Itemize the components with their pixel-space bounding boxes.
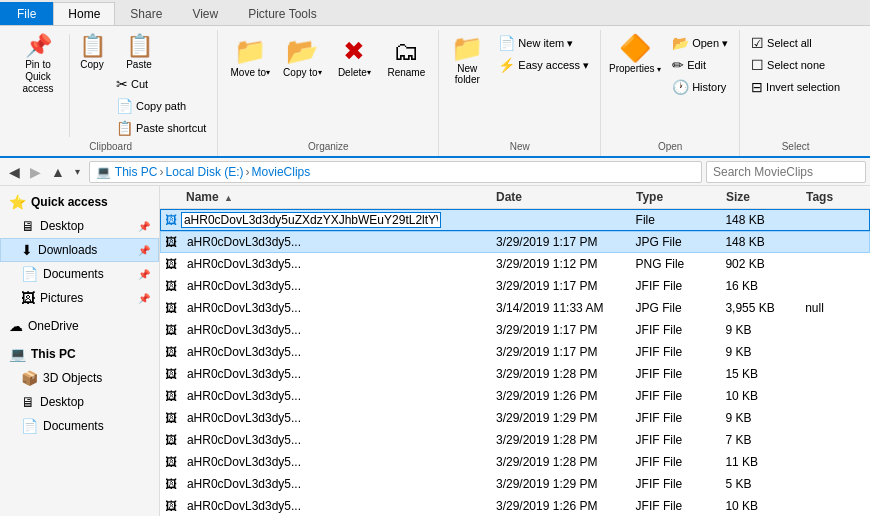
- table-row[interactable]: 🖼 aHR0cDovL3d3dy5... 3/29/2019 1:26 PM J…: [160, 385, 870, 407]
- table-row[interactable]: 🖼 aHR0cDovL3d3dy5... 3/29/2019 1:28 PM J…: [160, 451, 870, 473]
- select-none-button[interactable]: ☐ Select none: [746, 54, 845, 76]
- documents-icon-2: 📄: [21, 418, 38, 434]
- row-name-7: aHR0cDovL3d3dy5...: [181, 365, 307, 383]
- row-name-4: aHR0cDovL3d3dy5...: [181, 299, 307, 317]
- col-header-name[interactable]: Name ▲: [180, 188, 490, 206]
- row-name-cell-11[interactable]: aHR0cDovL3d3dy5...: [181, 453, 490, 471]
- delete-button[interactable]: ✖ Delete ▾: [328, 32, 380, 82]
- sidebar-item-onedrive[interactable]: ☁ OneDrive: [0, 314, 159, 338]
- table-row[interactable]: 🖼 aHR0cDovL3d3dy5... 3/29/2019 1:12 PM P…: [160, 253, 870, 275]
- history-button[interactable]: 🕐 History: [667, 76, 733, 98]
- tab-file[interactable]: File: [0, 2, 53, 25]
- row-name-cell-4[interactable]: aHR0cDovL3d3dy5...: [181, 299, 490, 317]
- row-size-6: 9 KB: [719, 343, 799, 361]
- easy-access-icon: ⚡: [498, 57, 515, 73]
- tab-share[interactable]: Share: [115, 2, 177, 25]
- copy-path-label: Copy path: [136, 100, 186, 112]
- table-row[interactable]: 🖼 aHR0cDovL3d3dy5... 3/29/2019 1:17 PM J…: [160, 341, 870, 363]
- row-name-cell-13[interactable]: aHR0cDovL3d3dy5...: [181, 497, 490, 515]
- tab-bar: File Home Share View Picture Tools: [0, 0, 870, 26]
- col-header-type[interactable]: Type: [630, 188, 720, 206]
- delete-label: Delete ▾: [338, 67, 371, 78]
- paste-button[interactable]: 📋 Paste: [111, 32, 167, 73]
- cut-button[interactable]: ✂ Cut: [111, 73, 211, 95]
- breadcrumb-movieclips[interactable]: MovieClips: [252, 165, 311, 179]
- row-tags-8: [799, 394, 869, 398]
- sidebar-quick-access[interactable]: ⭐ Quick access: [0, 190, 159, 214]
- table-row[interactable]: 🖼 aHR0cDovL3d3dy5... 3/29/2019 1:26 PM J…: [160, 495, 870, 516]
- row-name-cell-3[interactable]: aHR0cDovL3d3dy5...: [181, 277, 490, 295]
- copy-to-button[interactable]: 📂 Copy to ▾: [276, 32, 328, 82]
- open-button[interactable]: 📂 Open ▾: [667, 32, 733, 54]
- properties-button[interactable]: 🔶 Properties ▾: [607, 32, 663, 77]
- table-row[interactable]: 🖼 aHR0cDovL3d3dy5... 3/29/2019 1:28 PM J…: [160, 363, 870, 385]
- row-type-11: JFIF File: [630, 453, 720, 471]
- organize-group-label: Organize: [308, 139, 349, 154]
- row-name-cell-0[interactable]: [181, 212, 490, 228]
- edit-icon: ✏: [672, 57, 684, 73]
- new-folder-button[interactable]: 📁 Newfolder: [445, 32, 489, 88]
- copy-path-icon: 📄: [116, 98, 133, 114]
- new-folder-label: Newfolder: [455, 63, 480, 85]
- row-name-cell-8[interactable]: aHR0cDovL3d3dy5...: [181, 387, 490, 405]
- row-size-4: 3,955 KB: [719, 299, 799, 317]
- new-item-button[interactable]: 📄 New item ▾: [493, 32, 594, 54]
- file-name-input-0[interactable]: [181, 212, 441, 228]
- col-header-tags[interactable]: Tags: [800, 188, 870, 206]
- sidebar-item-downloads[interactable]: ⬇ Downloads 📌: [0, 238, 159, 262]
- col-header-size[interactable]: Size: [720, 188, 800, 206]
- row-tags-3: [799, 284, 869, 288]
- table-row[interactable]: 🖼 aHR0cDovL3d3dy5... 3/29/2019 1:17 PM J…: [160, 319, 870, 341]
- rename-button[interactable]: 🗂 Rename: [380, 32, 432, 82]
- easy-access-button[interactable]: ⚡ Easy access ▾: [493, 54, 594, 76]
- row-name-cell-9[interactable]: aHR0cDovL3d3dy5...: [181, 409, 490, 427]
- invert-selection-button[interactable]: ⊟ Invert selection: [746, 76, 845, 98]
- row-name-cell-1[interactable]: aHR0cDovL3d3dy5...: [181, 233, 490, 251]
- select-all-button[interactable]: ☑ Select all: [746, 32, 845, 54]
- forward-button[interactable]: ▶: [25, 162, 46, 182]
- sidebar-item-desktop-quick[interactable]: 🖥 Desktop 📌: [0, 214, 159, 238]
- row-name-cell-12[interactable]: aHR0cDovL3d3dy5...: [181, 475, 490, 493]
- table-row[interactable]: 🖼 File 148 KB: [160, 209, 870, 231]
- copy-icon: 📋: [79, 35, 106, 57]
- row-name-cell-2[interactable]: aHR0cDovL3d3dy5...: [181, 255, 490, 273]
- breadcrumb-this-pc[interactable]: This PC: [115, 165, 158, 179]
- row-icon-wrapper-8: 🖼: [161, 389, 181, 403]
- copy-button[interactable]: 📋 Copy: [73, 32, 111, 73]
- up-button[interactable]: ▲: [46, 162, 70, 182]
- move-to-button[interactable]: 📁 Move to ▾: [224, 32, 276, 82]
- select-all-label: Select all: [767, 37, 812, 49]
- sidebar-item-3d-objects[interactable]: 📦 3D Objects: [0, 366, 159, 390]
- paste-shortcut-button[interactable]: 📋 Paste shortcut: [111, 117, 211, 139]
- row-size-12: 5 KB: [719, 475, 799, 493]
- table-row[interactable]: 🖼 aHR0cDovL3d3dy5... 3/29/2019 1:29 PM J…: [160, 473, 870, 495]
- computer-icon: 💻: [96, 165, 111, 179]
- pin-to-quick-access-button[interactable]: 📌 Pin to Quickaccess: [10, 32, 66, 98]
- row-name-cell-10[interactable]: aHR0cDovL3d3dy5...: [181, 431, 490, 449]
- row-name-cell-5[interactable]: aHR0cDovL3d3dy5...: [181, 321, 490, 339]
- table-row[interactable]: 🖼 aHR0cDovL3d3dy5... 3/29/2019 1:28 PM J…: [160, 429, 870, 451]
- tab-view[interactable]: View: [177, 2, 233, 25]
- sidebar-item-documents-pc[interactable]: 📄 Documents: [0, 414, 159, 438]
- table-row[interactable]: 🖼 aHR0cDovL3d3dy5... 3/29/2019 1:17 PM J…: [160, 275, 870, 297]
- col-header-date[interactable]: Date: [490, 188, 630, 206]
- edit-label: Edit: [687, 59, 706, 71]
- edit-button[interactable]: ✏ Edit: [667, 54, 733, 76]
- row-name-cell-7[interactable]: aHR0cDovL3d3dy5...: [181, 365, 490, 383]
- row-name-cell-6[interactable]: aHR0cDovL3d3dy5...: [181, 343, 490, 361]
- table-row[interactable]: 🖼 aHR0cDovL3d3dy5... 3/29/2019 1:17 PM J…: [160, 231, 870, 253]
- back-button[interactable]: ◀: [4, 162, 25, 182]
- sidebar-item-documents-quick[interactable]: 📄 Documents 📌: [0, 262, 159, 286]
- recent-button[interactable]: ▾: [70, 164, 85, 179]
- row-size-13: 10 KB: [719, 497, 799, 515]
- breadcrumb-local-disk[interactable]: Local Disk (E:): [166, 165, 244, 179]
- table-row[interactable]: 🖼 aHR0cDovL3d3dy5... 3/14/2019 11:33 AM …: [160, 297, 870, 319]
- table-row[interactable]: 🖼 aHR0cDovL3d3dy5... 3/29/2019 1:29 PM J…: [160, 407, 870, 429]
- sidebar-item-pictures[interactable]: 🖼 Pictures 📌: [0, 286, 159, 310]
- sidebar-item-this-pc[interactable]: 💻 This PC: [0, 342, 159, 366]
- tab-home[interactable]: Home: [53, 2, 115, 25]
- search-input[interactable]: [706, 161, 866, 183]
- sidebar-item-desktop-pc[interactable]: 🖥 Desktop: [0, 390, 159, 414]
- tab-picture-tools[interactable]: Picture Tools: [233, 2, 331, 25]
- copy-path-button[interactable]: 📄 Copy path: [111, 95, 211, 117]
